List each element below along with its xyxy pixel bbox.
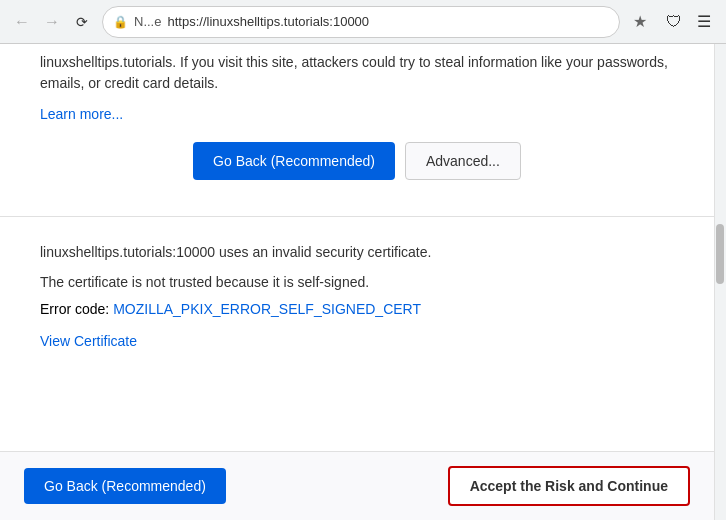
- self-signed-text: The certificate is not trusted because i…: [40, 271, 674, 295]
- advanced-section: linuxshelltips.tutorials:10000 uses an i…: [0, 217, 714, 393]
- scrollbar-track[interactable]: [714, 44, 726, 520]
- back-button[interactable]: ←: [8, 8, 36, 36]
- page-content: linuxshelltips.tutorials. If you visit t…: [0, 44, 714, 520]
- url-display: https://linuxshelltips.tutorials:10000: [167, 14, 609, 29]
- upper-button-row: Go Back (Recommended) Advanced...: [40, 142, 674, 180]
- learn-more-link[interactable]: Learn more...: [40, 106, 674, 122]
- upper-go-back-button[interactable]: Go Back (Recommended): [193, 142, 395, 180]
- upper-advanced-button[interactable]: Advanced...: [405, 142, 521, 180]
- forward-button[interactable]: →: [38, 8, 66, 36]
- menu-button[interactable]: ☰: [690, 8, 718, 36]
- reload-button[interactable]: ⟳: [68, 8, 96, 36]
- bookmark-button[interactable]: ★: [626, 8, 654, 36]
- error-code-link[interactable]: MOZILLA_PKIX_ERROR_SELF_SIGNED_CERT: [113, 301, 421, 317]
- address-bar[interactable]: 🔒 N...e https://linuxshelltips.tutorials…: [102, 6, 620, 38]
- bottom-button-row: Go Back (Recommended) Accept the Risk an…: [0, 451, 714, 520]
- view-certificate-link[interactable]: View Certificate: [40, 333, 137, 349]
- nav-buttons: ← → ⟳: [8, 8, 96, 36]
- shield-button[interactable]: 🛡: [660, 8, 688, 36]
- invalid-cert-text: linuxshelltips.tutorials:10000 uses an i…: [40, 241, 674, 265]
- accept-risk-button[interactable]: Accept the Risk and Continue: [448, 466, 690, 506]
- browser-chrome: ← → ⟳ 🔒 N...e https://linuxshelltips.tut…: [0, 0, 726, 44]
- toolbar-icons: 🛡 ☰: [660, 8, 718, 36]
- error-label: Error code:: [40, 301, 113, 317]
- lock-icon: 🔒: [113, 15, 128, 29]
- error-code-line: Error code: MOZILLA_PKIX_ERROR_SELF_SIGN…: [40, 301, 674, 317]
- go-back-button[interactable]: Go Back (Recommended): [24, 468, 226, 504]
- warning-text: linuxshelltips.tutorials. If you visit t…: [40, 52, 674, 94]
- lock-label: N...e: [134, 14, 161, 29]
- upper-section: linuxshelltips.tutorials. If you visit t…: [0, 44, 714, 217]
- scrollbar-thumb[interactable]: [716, 224, 724, 284]
